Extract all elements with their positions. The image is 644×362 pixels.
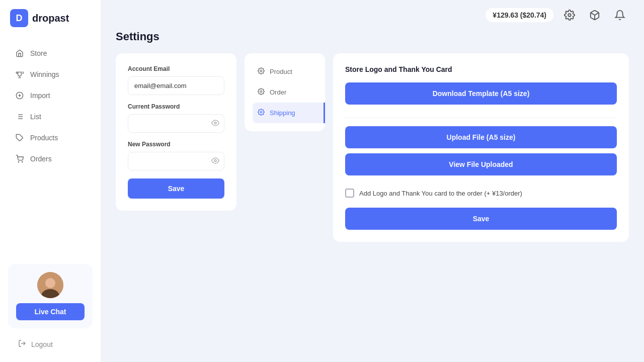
card-divider bbox=[345, 118, 617, 118]
sidebar-item-winnings[interactable]: Winnings bbox=[5, 64, 96, 84]
account-card: Account Email Current Password New Passw… bbox=[116, 53, 236, 211]
logout-icon bbox=[18, 339, 26, 349]
store-save-button[interactable]: Save bbox=[345, 208, 617, 230]
settings-header-icon[interactable] bbox=[560, 6, 579, 24]
new-password-label: New Password bbox=[128, 141, 224, 148]
add-logo-checkbox-row: Add Logo and Thank You card to the order… bbox=[345, 189, 617, 198]
logo-text: dropast bbox=[32, 13, 69, 24]
sidebar-bottom: Live Chat Logout bbox=[0, 256, 101, 362]
order-tab-icon bbox=[258, 88, 265, 97]
settings-tabs-card: Product Order bbox=[245, 53, 325, 131]
avatar bbox=[37, 272, 63, 298]
svg-point-22 bbox=[260, 111, 262, 113]
svg-point-16 bbox=[568, 14, 571, 17]
sidebar-item-list[interactable]: List bbox=[5, 107, 96, 127]
sidebar-item-store[interactable]: Store bbox=[5, 43, 96, 63]
sidebar-item-import[interactable]: Import bbox=[5, 85, 96, 106]
store-icon bbox=[15, 49, 24, 58]
account-save-button[interactable]: Save bbox=[128, 178, 224, 199]
live-chat-card: Live Chat bbox=[8, 264, 93, 328]
live-chat-button[interactable]: Live Chat bbox=[16, 303, 85, 320]
sidebar-item-products[interactable]: Products bbox=[5, 128, 96, 148]
trophy-icon bbox=[15, 70, 24, 79]
logo-icon: D bbox=[10, 9, 28, 27]
current-password-label: Current Password bbox=[128, 103, 224, 110]
main-content: ¥129.63 ($20.74) Settings Account Email bbox=[101, 0, 644, 362]
tab-shipping[interactable]: Shipping bbox=[253, 103, 325, 123]
new-password-wrapper bbox=[128, 152, 224, 170]
cart-icon bbox=[15, 154, 24, 163]
header: ¥129.63 ($20.74) bbox=[101, 0, 644, 30]
store-card-title: Store Logo and Thank You Card bbox=[345, 65, 617, 73]
current-password-input[interactable] bbox=[128, 114, 224, 133]
svg-point-21 bbox=[260, 90, 262, 93]
new-password-input[interactable] bbox=[128, 152, 224, 170]
logo[interactable]: D dropast bbox=[0, 0, 101, 36]
upload-file-button[interactable]: Upload File (A5 size) bbox=[345, 126, 617, 148]
view-file-button[interactable]: View File Uploaded bbox=[345, 153, 617, 175]
tag-icon bbox=[15, 133, 24, 142]
import-icon bbox=[15, 91, 24, 100]
svg-point-13 bbox=[45, 278, 55, 288]
add-logo-checkbox[interactable] bbox=[345, 189, 354, 198]
settings-grid: Account Email Current Password New Passw… bbox=[116, 53, 629, 242]
show-new-password-icon[interactable] bbox=[211, 156, 219, 166]
add-logo-label: Add Logo and Thank You card to the order… bbox=[359, 190, 522, 197]
content-area: Settings Account Email Current Password … bbox=[101, 30, 644, 362]
show-current-password-icon[interactable] bbox=[211, 119, 219, 128]
store-save-wrapper: Save bbox=[345, 208, 617, 230]
download-template-button[interactable]: Download Template (A5 size) bbox=[345, 82, 617, 105]
tab-product[interactable]: Product bbox=[253, 61, 317, 82]
page-title: Settings bbox=[116, 30, 629, 43]
store-logo-card: Store Logo and Thank You Card Download T… bbox=[333, 53, 629, 242]
product-tab-icon bbox=[258, 67, 265, 76]
bell-icon[interactable] bbox=[611, 6, 629, 24]
svg-point-19 bbox=[214, 159, 216, 161]
shipping-tab-icon bbox=[258, 109, 265, 117]
logout-item[interactable]: Logout bbox=[8, 334, 93, 354]
svg-point-18 bbox=[214, 122, 216, 124]
sidebar: D dropast Store Winnings bbox=[0, 0, 101, 362]
sidebar-item-orders[interactable]: Orders bbox=[5, 149, 96, 169]
svg-point-10 bbox=[18, 161, 19, 162]
list-icon bbox=[15, 112, 24, 121]
package-icon[interactable] bbox=[586, 6, 604, 24]
svg-point-20 bbox=[260, 70, 262, 72]
email-label: Account Email bbox=[128, 65, 224, 72]
sidebar-nav: Store Winnings Import bbox=[0, 36, 101, 256]
email-input[interactable] bbox=[128, 76, 224, 95]
tab-order[interactable]: Order bbox=[253, 82, 317, 103]
current-password-wrapper bbox=[128, 114, 224, 133]
balance-display: ¥129.63 ($20.74) bbox=[486, 8, 553, 22]
svg-point-11 bbox=[22, 161, 23, 162]
